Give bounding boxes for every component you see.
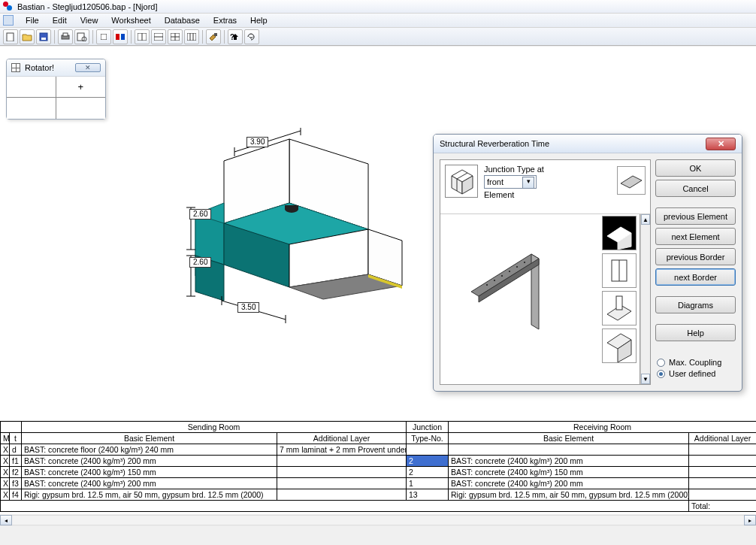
group-sending: Sending Room [22,422,407,433]
col-recv-basic[interactable]: Basic Element [449,433,689,444]
junction-option[interactable] [602,253,637,288]
dim-left-upper: 2.60 [189,209,211,220]
room-3d-view: 3.90 2.60 2.60 3.50 [180,128,428,323]
svg-rect-58 [494,280,495,281]
rotator-cell-3[interactable] [56,98,106,119]
rotator-panel[interactable]: Rotator! ✕ + [6,59,106,120]
svg-rect-20 [214,33,217,36]
table-row[interactable]: Xf1BAST: concrete (2400 kg/m³) 200 mm2BA… [1,456,757,467]
col-blank [1,422,22,433]
junction-type-label: Junction Type at [484,165,611,174]
radio-max-coupling[interactable]: Max. Coupling [657,358,734,367]
total-row: Total: [1,501,757,512]
table-row[interactable]: Xf2BAST: concrete (2400 kg/m³) 150 mm2BA… [1,467,757,478]
dialog-close-button[interactable]: ✕ [706,138,736,150]
svg-rect-8 [116,34,119,40]
layout-2[interactable] [151,29,166,44]
previous-border-button[interactable]: previous Border [655,248,736,265]
swatch-red-blue[interactable] [113,29,128,44]
save-button[interactable] [36,29,51,44]
svg-marker-54 [471,254,539,296]
next-element-button[interactable]: next Element [655,228,736,245]
menu-extras[interactable]: Extras [207,14,243,26]
menu-help[interactable]: Help [244,14,274,26]
junction-option[interactable] [602,291,637,325]
rotator-icon [11,63,20,72]
col-m[interactable]: M [1,433,10,444]
scroll-up[interactable]: ▲ [641,214,650,225]
junction-type-value: front [487,177,503,186]
table-row[interactable]: Xf3BAST: concrete (2400 kg/m³) 200 mm1BA… [1,478,757,489]
print-preview-button[interactable] [74,29,89,44]
svg-rect-29 [285,205,298,210]
layout-4[interactable] [184,29,199,44]
dialog-button-column: OK Cancel previous Element next Element … [655,159,736,385]
radio-user-defined[interactable]: User defined [657,369,734,378]
table-row[interactable]: XdBAST: concrete floor (2400 kg/m³) 240 … [1,444,757,456]
col-typeno[interactable]: Type-No. [407,433,449,444]
rotator-cell-2[interactable] [7,98,56,119]
element-label: Element [484,190,611,199]
col-send-addl[interactable]: Additional Layer [277,433,407,444]
swatch-white[interactable] [96,29,111,44]
dialog-preview-panel: Junction Type at front Element [440,159,651,385]
menu-worksheet[interactable]: Worksheet [105,14,156,26]
menu-file[interactable]: File [20,14,45,26]
hammer-button[interactable] [206,29,221,44]
print-button[interactable] [58,29,73,44]
dialog-titlebar[interactable]: Structural Reverberation Time ✕ [434,135,742,153]
junction-thumb-top[interactable] [617,166,646,195]
scroll-left[interactable]: ◂ [0,515,12,525]
help-context-button[interactable]: ? [228,29,243,44]
open-button[interactable] [20,29,35,44]
dialog-title-text: Structural Reverberation Time [440,139,549,148]
svg-marker-56 [479,259,539,302]
rotator-titlebar[interactable]: Rotator! ✕ [7,59,105,77]
toolbar: ? [0,28,756,46]
ok-button[interactable]: OK [655,159,736,177]
layout-1[interactable] [135,29,150,44]
previous-element-button[interactable]: previous Element [655,207,736,225]
col-send-basic[interactable]: Basic Element [22,433,277,444]
layout-3[interactable] [168,29,183,44]
col-recv-addl[interactable]: Additional Layer [689,433,757,444]
horizontal-scrollbar[interactable]: ◂ ▸ [0,514,756,526]
svg-rect-2 [41,38,46,40]
scroll-track[interactable] [12,515,744,525]
menu-database[interactable]: Database [159,14,206,26]
group-junction: Junction [407,422,449,433]
rotator-cell-1[interactable]: + [56,77,106,98]
title-bar: Bastian - Stegljud120506.bap - [Njord] [0,0,756,14]
junction-option[interactable] [602,329,637,363]
table-body: XdBAST: concrete floor (2400 kg/m³) 240 … [1,444,757,501]
new-button[interactable] [3,29,18,44]
junction-type-select[interactable]: front [484,175,537,189]
cancel-button[interactable]: Cancel [655,180,736,197]
menu-view[interactable]: View [74,14,104,26]
diagrams-button[interactable]: Diagrams [655,296,736,313]
svg-rect-17 [187,33,196,41]
menu-edit[interactable]: Edit [47,14,73,26]
element-table[interactable]: Sending Room Junction Receiving Room M t… [0,421,756,512]
macro-button[interactable] [244,29,259,44]
menu-bar: File Edit View Worksheet Database Extras… [0,14,756,28]
system-menu-icon[interactable] [3,15,14,26]
total-label: Total: [689,501,757,512]
col-t[interactable]: t [10,433,22,444]
rotator-cell-0[interactable] [7,77,56,98]
table-row[interactable]: Xf4Rigi: gypsum brd. 12.5 mm, air 50 mm,… [1,489,757,501]
help-button[interactable]: Help [655,324,736,341]
svg-rect-4 [63,33,68,36]
junction-list-scrollbar[interactable]: ▲ ▼ [640,214,650,384]
svg-rect-59 [501,275,503,277]
rotator-close-button[interactable]: ✕ [75,63,101,72]
svg-rect-57 [486,284,488,286]
junction-option-selected[interactable] [602,216,637,250]
scroll-down[interactable]: ▼ [641,374,650,384]
separator [54,30,55,44]
rotator-grid[interactable]: + [7,77,105,119]
scroll-right[interactable]: ▸ [744,515,756,525]
next-border-button[interactable]: next Border [655,268,736,286]
svg-rect-60 [509,271,510,272]
radio-dot [657,359,665,367]
